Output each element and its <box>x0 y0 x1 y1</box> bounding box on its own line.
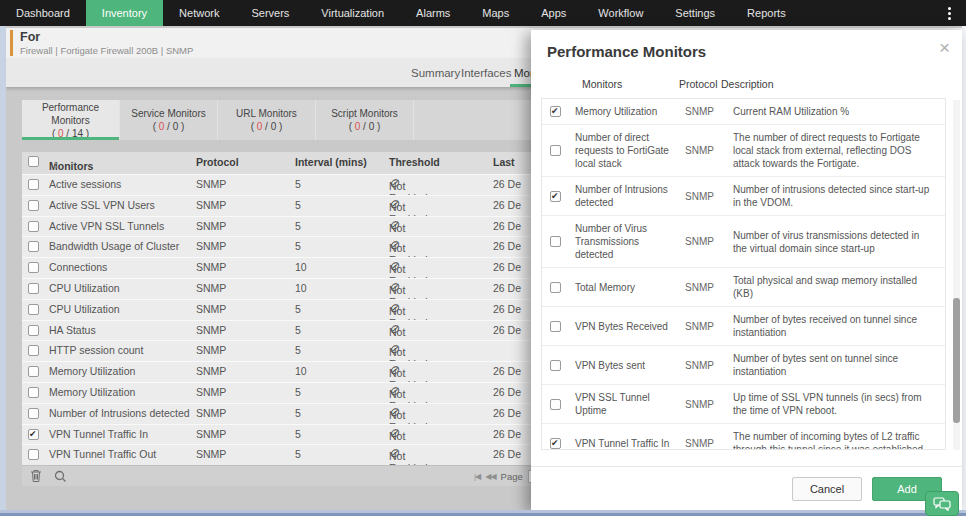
nav-item[interactable]: Apps <box>525 0 582 26</box>
row-checkbox[interactable]: ✔ <box>28 325 39 336</box>
kebab-menu-icon[interactable] <box>934 0 964 26</box>
nav-item[interactable]: Maps <box>466 0 525 26</box>
monitor-protocol: SNMP <box>196 240 226 252</box>
monitor-protocol: SNMP <box>196 386 226 398</box>
modal-footer: Cancel Add <box>531 466 962 510</box>
row-checkbox[interactable]: ✔ <box>28 408 39 419</box>
nav-item[interactable]: Settings <box>659 0 731 26</box>
row-checkbox[interactable]: ✔ <box>28 200 39 211</box>
monitor-interval: 5 <box>295 220 301 232</box>
modal-monitor-description: Number of bytes sent on tunnel since ins… <box>733 352 935 378</box>
row-checkbox[interactable]: ✔ <box>28 366 39 377</box>
modal-monitor-description: Total physical and swap memory installed… <box>733 274 935 300</box>
row-checkbox[interactable]: ✔ <box>28 221 39 232</box>
last-polled: 26 De <box>493 365 521 377</box>
monitor-subtab[interactable]: Service Monitors ( 0 / 0 ) <box>120 100 218 140</box>
modal-monitor-description: Current RAM Utilization % <box>733 105 935 118</box>
monitor-interval: 5 <box>295 428 301 440</box>
last-polled: 26 De <box>493 386 521 398</box>
modal-row-checkbox[interactable]: ✔ <box>550 438 561 449</box>
close-icon[interactable]: × <box>939 38 950 57</box>
page-first-button[interactable]: |◀ <box>474 472 480 481</box>
modal-monitor-protocol: SNMP <box>685 191 723 202</box>
modal-row-checkbox[interactable]: ✔ <box>550 399 561 410</box>
row-checkbox[interactable]: ✔ <box>28 262 39 273</box>
modal-row-checkbox[interactable]: ✔ <box>550 360 561 371</box>
monitor-subtab[interactable]: Performance Monitors ( 0 / 14 ) <box>22 100 120 140</box>
modal-monitor-row[interactable]: ✔ Total Memory SNMP Total physical and s… <box>542 268 945 307</box>
modal-monitor-row[interactable]: ✔ Number of Intrusions detected SNMP Num… <box>542 177 945 216</box>
modal-monitor-description: The number of direct requests to Fortiga… <box>733 131 935 170</box>
search-icon[interactable] <box>54 469 67 487</box>
sort-icon[interactable]: ▲▼ <box>53 160 58 170</box>
monitor-name: Memory Utilization <box>49 365 135 377</box>
last-polled: 26 De <box>493 261 521 273</box>
monitor-interval: 5 <box>295 178 301 190</box>
modal-monitor-row[interactable]: ✔ VPN Bytes Received SNMP Number of byte… <box>542 307 945 346</box>
modal-monitor-protocol: SNMP <box>685 360 723 371</box>
row-checkbox[interactable]: ✔ <box>28 429 39 440</box>
nav-item[interactable]: Servers <box>235 0 305 26</box>
nav-item[interactable]: Alarms <box>400 0 466 26</box>
modal-monitor-row[interactable]: ✔ VPN Bytes sent SNMP Number of bytes se… <box>542 346 945 385</box>
tab-summary[interactable]: Summary <box>411 58 460 87</box>
row-checkbox[interactable]: ✔ <box>28 241 39 252</box>
cancel-button[interactable]: Cancel <box>792 477 862 501</box>
monitor-name: HA Status <box>49 324 96 336</box>
row-checkbox[interactable]: ✔ <box>28 387 39 398</box>
modal-monitor-row[interactable]: ✔ Number of direct requests to FortiGate… <box>542 125 945 177</box>
modal-monitor-row[interactable]: ✔ VPN SSL Tunnel Uptime SNMP Up time of … <box>542 385 945 424</box>
modal-row-checkbox[interactable]: ✔ <box>550 145 561 156</box>
modal-row-checkbox[interactable]: ✔ <box>550 321 561 332</box>
monitor-protocol: SNMP <box>196 428 226 440</box>
monitor-name: Number of Intrusions detected <box>49 407 190 419</box>
tab-interfaces[interactable]: Interfaces <box>461 58 512 87</box>
row-checkbox[interactable]: ✔ <box>28 179 39 190</box>
modal-monitor-name: Total Memory <box>575 281 671 294</box>
nav-item[interactable]: Inventory <box>86 0 163 26</box>
row-checkbox[interactable]: ✔ <box>28 345 39 356</box>
modal-monitor-protocol: SNMP <box>685 321 723 332</box>
monitor-protocol: SNMP <box>196 261 226 273</box>
monitor-interval: 10 <box>295 365 307 377</box>
modal-row-checkbox[interactable]: ✔ <box>550 282 561 293</box>
row-checkbox[interactable]: ✔ <box>28 304 39 315</box>
modal-monitor-name: Number of Virus Transmissions detected <box>575 222 671 261</box>
chat-bubbles-icon <box>933 497 951 511</box>
modal-scrollbar-thumb[interactable] <box>953 298 960 423</box>
last-polled: 26 De <box>493 428 521 440</box>
modal-monitor-row[interactable]: ✔ Memory Utilization SNMP Current RAM Ut… <box>542 99 945 125</box>
modal-monitor-protocol: SNMP <box>685 106 723 117</box>
feedback-widget[interactable] <box>925 491 959 516</box>
monitor-interval: 5 <box>295 344 301 356</box>
nav-item[interactable]: Workflow <box>582 0 659 26</box>
last-polled: 26 De <box>493 178 521 190</box>
modal-monitor-row[interactable]: ✔ VPN Tunnel Traffic In SNMP The number … <box>542 424 945 450</box>
nav-item[interactable]: Reports <box>731 0 802 26</box>
monitor-protocol: SNMP <box>196 324 226 336</box>
modal-row-checkbox[interactable]: ✔ <box>550 106 561 117</box>
page-prev-button[interactable]: ◀◀ <box>485 472 495 481</box>
select-all-checkbox[interactable]: ✔ <box>28 156 39 167</box>
top-navbar: Dashboard Inventory Network Servers Virt… <box>0 0 966 26</box>
last-polled: 26 De <box>493 324 521 336</box>
row-checkbox[interactable]: ✔ <box>28 449 39 460</box>
monitor-name: CPU Utilization <box>49 303 120 315</box>
modal-monitor-name: Memory Utilization <box>575 105 671 118</box>
monitor-protocol: SNMP <box>196 199 226 211</box>
monitor-name: Active VPN SSL Tunnels <box>49 220 164 232</box>
monitor-subtab[interactable]: Script Monitors ( 0 / 0 ) <box>316 100 414 140</box>
trash-icon[interactable] <box>30 469 42 487</box>
last-polled: 26 De <box>493 448 521 460</box>
monitor-name: VPN Tunnel Traffic In <box>49 428 148 440</box>
nav-item[interactable]: Dashboard <box>0 0 86 26</box>
modal-monitor-row[interactable]: ✔ Number of Virus Transmissions detected… <box>542 216 945 268</box>
nav-item[interactable]: Virtualization <box>305 0 400 26</box>
modal-monitor-description: Number of intrusions detected since star… <box>733 183 935 209</box>
nav-item[interactable]: Network <box>163 0 235 26</box>
modal-row-checkbox[interactable]: ✔ <box>550 236 561 247</box>
monitor-subtab[interactable]: URL Monitors ( 0 / 0 ) <box>218 100 316 140</box>
monitor-protocol: SNMP <box>196 303 226 315</box>
row-checkbox[interactable]: ✔ <box>28 283 39 294</box>
modal-row-checkbox[interactable]: ✔ <box>550 191 561 202</box>
